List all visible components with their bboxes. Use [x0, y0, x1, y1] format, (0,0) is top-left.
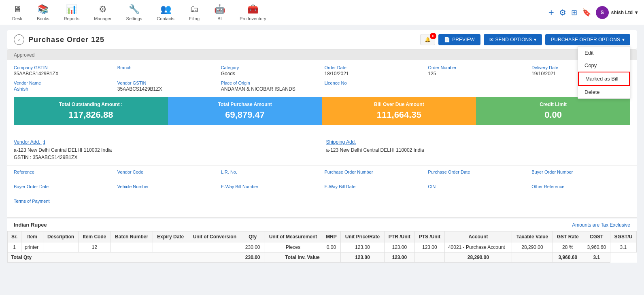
nav-items: 🖥 Desk 📚 Books 📊 Reports ⚙ Manager 🔧 Set… [6, 1, 548, 24]
outstanding-card: Total Outstanding Amount : 117,826.88 [14, 97, 168, 125]
purchase-card: Total Purchase Amount 69,879.47 [168, 97, 322, 125]
grid-button[interactable]: ⊞ [571, 8, 577, 17]
col-taxable-value: Taxable Value [512, 231, 553, 242]
category-field: Category Goods [221, 65, 320, 76]
total-sgst: 3.1 [583, 253, 610, 263]
nav-bi[interactable]: 🤖 BI [208, 1, 231, 24]
po-date-field: Purchase Order Date [428, 170, 527, 181]
add-button[interactable]: + [548, 7, 554, 18]
page-header: ‹ Purchase Order 125 🔔 0 📄 PREVIEW ✉ SEN… [7, 30, 637, 50]
cin-field: CIN [428, 184, 527, 195]
total-cgst: 3,960.60 [553, 253, 583, 263]
contacts-icon: 👥 [160, 4, 171, 15]
total-taxable: 28,290.00 [444, 253, 512, 263]
vendor-address-block: Vendor Add. ℹ a-123 New Delhi Central DE… [14, 139, 318, 161]
col-sr: Sr. [8, 231, 21, 242]
total-qty-label: Total Qty [8, 253, 241, 263]
user-menu-button[interactable]: S shish Ltd ▾ [596, 6, 638, 19]
cell-pts: 123.00 [414, 242, 444, 253]
send-options-button[interactable]: ✉ SEND OPTIONS ▾ [484, 34, 542, 45]
col-unit-measurement: Unit of Measurement [264, 231, 322, 242]
bookmark-button[interactable]: 🔖 [582, 8, 591, 17]
nav-desk[interactable]: 🖥 Desk [6, 1, 28, 24]
col-ptr: PTR /Unit [384, 231, 414, 242]
total-account [414, 253, 444, 263]
cell-item: printer [21, 242, 43, 253]
col-item-code: Item Code [79, 231, 111, 242]
preview-button[interactable]: 📄 PREVIEW [438, 34, 480, 45]
back-button[interactable]: ‹ [14, 34, 24, 45]
vendor-gstin-text: GSTIN : 35AABCS1429B1ZX [14, 154, 318, 161]
top-navigation: 🖥 Desk 📚 Books 📊 Reports ⚙ Manager 🔧 Set… [0, 0, 644, 25]
po-options-button[interactable]: PURCHASE ORDER OPTIONS ▾ [545, 34, 630, 45]
reports-icon: 📊 [66, 4, 77, 15]
page-content: ‹ Purchase Order 125 🔔 0 📄 PREVIEW ✉ SEN… [0, 25, 644, 295]
items-table: Sr. Item Description Item Code Batch Num… [7, 231, 637, 263]
cell-taxable-value: 28,290.00 [512, 242, 553, 253]
vendor-code-field: Vendor Code [117, 170, 216, 181]
vendor-name-field: Vendor Name Ashish [14, 81, 113, 92]
cell-qty: 230.00 [241, 242, 264, 253]
page-title: Purchase Order 125 [28, 36, 104, 44]
col-account: Account [444, 231, 512, 242]
table-header: Sr. Item Description Item Code Batch Num… [8, 231, 637, 242]
shipping-address-label[interactable]: Shipping Add. [326, 139, 631, 145]
total-pts: 123.00 [384, 253, 414, 263]
col-qty: Qty [241, 231, 264, 242]
nav-pro-inventory[interactable]: 🧰 Pro Inventory [234, 1, 272, 24]
nav-reports[interactable]: 📊 Reports [58, 1, 85, 24]
cell-sgst: 3.1 [610, 242, 636, 253]
cell-batch-number [111, 242, 153, 253]
settings-gear-button[interactable]: ⚙ [559, 8, 566, 17]
chevron-down-icon: ▾ [635, 10, 638, 15]
notification-button[interactable]: 🔔 0 [420, 34, 435, 45]
col-unit-price: Unit Price/Rate [341, 231, 385, 242]
dropdown-delete[interactable]: Delete [578, 86, 630, 98]
reference-field: Reference [14, 170, 113, 181]
table-currency: Indian Rupee [14, 222, 47, 228]
dropdown-marked-as-bill[interactable]: Marked as Bill [578, 72, 630, 86]
col-batch-number: Batch Number [111, 231, 153, 242]
terms-of-payment-field: Terms of Payment [14, 199, 113, 210]
buyer-order-date-field: Buyer Order Date [14, 184, 113, 195]
vehicle-number-field: Vehicle Number [117, 184, 216, 195]
col-cgst: CGST [583, 231, 610, 242]
cell-unit-price: 123.00 [341, 242, 385, 253]
branch-field: Branch [117, 65, 216, 76]
address-grid: Vendor Add. ℹ a-123 New Delhi Central DE… [14, 139, 630, 161]
col-unit-conversion: Unit of Conversion [188, 231, 241, 242]
notification-badge: 0 [430, 33, 436, 39]
page-title-row: ‹ Purchase Order 125 [14, 34, 104, 45]
company-gstin-field: Company GSTIN 35AABCS1429B1ZX [14, 65, 113, 76]
status-bar: Approved [7, 50, 637, 60]
eway-bill-date-field: E-Way Bill Date [324, 184, 423, 195]
nav-manager[interactable]: ⚙ Manager [88, 1, 117, 24]
address-section: Vendor Add. ℹ a-123 New Delhi Central DE… [7, 135, 637, 166]
fields-row-1: Reference Vendor Code L.R. No. Purchase … [14, 170, 630, 181]
books-icon: 📚 [38, 4, 49, 15]
total-gst [512, 253, 553, 263]
total-inv-label: Total Inv. Value [264, 253, 340, 263]
col-gst-rate: GST Rate [553, 231, 583, 242]
licence-no-field: Licence No [324, 81, 423, 92]
col-description: Description [43, 231, 79, 242]
fields-row-2: Buyer Order Date Vehicle Number E-Way Bi… [14, 184, 630, 195]
cell-ptr: 123.00 [384, 242, 414, 253]
cell-expiry-date [153, 242, 188, 253]
nav-books[interactable]: 📚 Books [31, 1, 55, 24]
vendor-address-label[interactable]: Vendor Add. ℹ [14, 139, 318, 145]
nav-contacts[interactable]: 👥 Contacts [151, 1, 180, 24]
total-qty-value: 230.00 [241, 253, 264, 263]
col-sgst: SGST/U [610, 231, 636, 242]
summary-cards: Total Outstanding Amount : 117,826.88 To… [14, 97, 630, 125]
table-section: Indian Rupee Amounts are Tax Exclusive S… [7, 219, 637, 263]
po-options-dropdown: Edit Copy Marked as Bill Delete [578, 46, 630, 99]
dropdown-copy[interactable]: Copy [578, 59, 630, 72]
dropdown-edit[interactable]: Edit [578, 47, 630, 59]
eway-bill-number-field: E-Way Bill Number [221, 184, 320, 195]
nav-settings[interactable]: 🔧 Settings [121, 1, 148, 24]
fields-row-3: Terms of Payment [14, 199, 630, 210]
order-number-field: Order Number 125 [428, 65, 527, 76]
vendor-gstin-field: Vendor GSTIN 35AABCS1429B1ZX [117, 81, 216, 92]
nav-filing[interactable]: 🗂 Filing [183, 1, 205, 24]
